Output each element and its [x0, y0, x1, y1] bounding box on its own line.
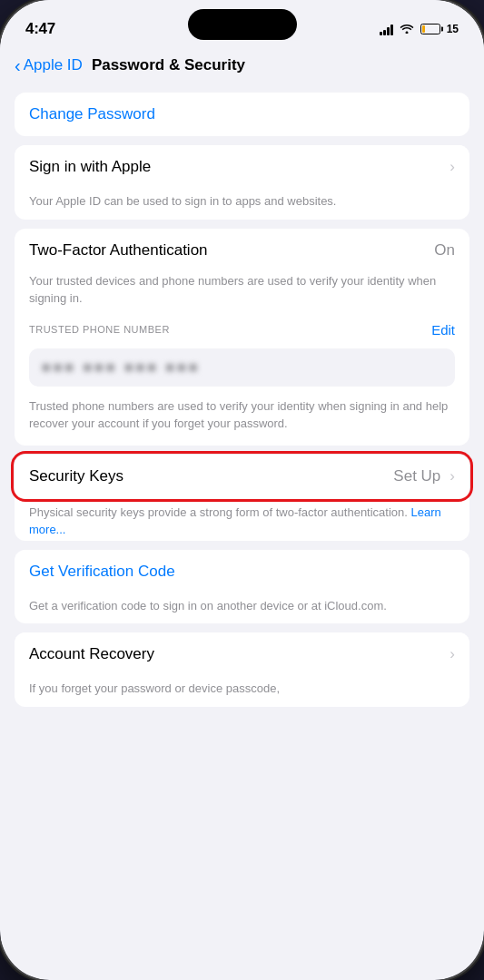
back-chevron-icon: ‹ — [15, 56, 21, 74]
content-area: Change Password Sign in with Apple › You… — [0, 85, 484, 980]
trusted-description: Trusted phone numbers are used to verify… — [15, 396, 469, 446]
security-keys-card: Security Keys Set Up › Physical security… — [15, 455, 469, 541]
sign-in-apple-description: Your Apple ID can be used to sign in to … — [15, 189, 469, 220]
trusted-phone-label: TRUSTED PHONE NUMBER — [29, 324, 170, 335]
trusted-phone-label-row: TRUSTED PHONE NUMBER Edit — [29, 317, 455, 343]
edit-button[interactable]: Edit — [431, 322, 455, 338]
security-keys-row[interactable]: Security Keys Set Up › — [15, 455, 469, 498]
trusted-phone-section: TRUSTED PHONE NUMBER Edit ■■■ ■■■ ■■■ ■■… — [15, 317, 469, 387]
tfa-label: Two-Factor Authentication — [29, 241, 208, 260]
signal-icon — [380, 24, 393, 35]
change-password-card[interactable]: Change Password — [15, 93, 469, 136]
security-keys-right: Set Up › — [393, 467, 455, 485]
tfa-header-row[interactable]: Two-Factor Authentication On — [15, 229, 469, 272]
get-verification-code-description: Get a verification code to sign in on an… — [15, 593, 469, 624]
status-icons: 15 — [380, 22, 459, 36]
phone-frame: 4:47 — [0, 0, 484, 980]
change-password-label: Change Password — [29, 105, 155, 123]
sign-in-apple-row[interactable]: Sign in with Apple › — [15, 145, 469, 189]
page-title: Password & Security — [92, 56, 245, 74]
phone-number-box: ■■■ ■■■ ■■■ ■■■ — [29, 348, 455, 387]
account-recovery-description: If you forget your password or device pa… — [15, 676, 469, 707]
sign-in-apple-card: Sign in with Apple › Your Apple ID can b… — [15, 145, 469, 220]
tfa-description: Your trusted devices and phone numbers a… — [15, 272, 469, 317]
phone-number-blurred: ■■■ ■■■ ■■■ ■■■ — [42, 359, 200, 375]
security-keys-description: Physical security keys provide a strong … — [15, 498, 469, 541]
phone-screen: 4:47 — [0, 0, 484, 980]
account-recovery-right: › — [444, 645, 455, 663]
security-keys-label: Security Keys — [29, 467, 123, 485]
account-recovery-card: Account Recovery › If you forget your pa… — [15, 632, 469, 707]
battery-percent: 15 — [447, 23, 459, 35]
security-keys-desc-text: Physical security keys provide a strong … — [29, 505, 408, 519]
tfa-card: Two-Factor Authentication On Your truste… — [15, 229, 469, 446]
get-verification-code-card: Get Verification Code Get a verification… — [15, 550, 469, 624]
security-keys-chevron-icon: › — [449, 467, 455, 485]
wifi-icon — [400, 22, 414, 36]
account-recovery-label: Account Recovery — [29, 645, 154, 663]
account-recovery-row[interactable]: Account Recovery › — [15, 632, 469, 676]
nav-header: ‹ Apple ID Password & Security — [0, 49, 484, 85]
change-password-row[interactable]: Change Password — [15, 93, 469, 136]
back-label: Apple ID — [24, 56, 83, 74]
sign-in-apple-label: Sign in with Apple — [29, 158, 151, 176]
tfa-status: On — [434, 241, 455, 260]
sign-in-apple-right: › — [444, 158, 455, 176]
security-keys-action: Set Up — [393, 467, 440, 485]
account-recovery-chevron-icon: › — [449, 645, 455, 663]
status-time: 4:47 — [25, 20, 55, 38]
get-verification-code-row[interactable]: Get Verification Code — [15, 550, 469, 593]
dynamic-island — [188, 9, 297, 40]
get-verification-code-label: Get Verification Code — [29, 563, 175, 581]
sign-in-apple-chevron-icon: › — [449, 158, 455, 176]
battery-icon — [420, 24, 440, 34]
back-button[interactable]: ‹ Apple ID — [15, 56, 83, 74]
